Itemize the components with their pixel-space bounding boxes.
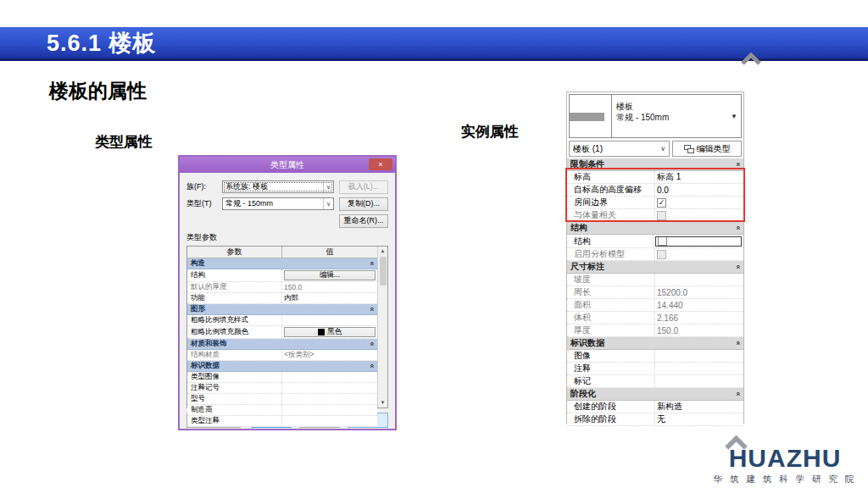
collapse-icon[interactable]: « xyxy=(367,261,376,265)
property-label: 自标高的高度偏移 xyxy=(567,184,655,196)
property-value[interactable] xyxy=(655,248,743,260)
group-label: 标识数据 xyxy=(570,337,604,349)
scrollbar[interactable]: ▲ ▼ xyxy=(377,247,387,408)
edit-type-icon xyxy=(684,145,694,153)
property-value[interactable]: 150.0 xyxy=(655,324,743,336)
property-value[interactable]: 14.440 xyxy=(655,299,743,311)
roof-chevron-icon xyxy=(741,53,761,65)
type-select[interactable]: 常规 - 150mm ∨ xyxy=(222,197,334,210)
load-button[interactable]: 载入(L)... xyxy=(339,180,388,194)
group-header-materials-finishes[interactable]: 材质和装饰« xyxy=(187,339,377,350)
property-value[interactable]: 内部 xyxy=(282,293,377,303)
collapse-icon[interactable]: « xyxy=(733,264,742,269)
close-icon[interactable]: × xyxy=(369,158,392,170)
edit-type-button[interactable]: 编辑类型 xyxy=(672,141,742,157)
slide: 5.6.1 楼板 HUAZHU 楼板的属性 类型属性 实例属性 类型属性 × 族… xyxy=(0,0,868,488)
property-value[interactable]: 2.166 xyxy=(655,312,743,324)
dialog-title-bar[interactable]: 类型属性 × xyxy=(180,157,395,173)
property-value[interactable] xyxy=(655,350,743,362)
property-value[interactable] xyxy=(655,363,743,374)
property-row-phase-demolished: 拆除的阶段无 xyxy=(567,413,743,426)
group-header-dimensions[interactable]: 尺寸标注« xyxy=(567,261,743,274)
property-value[interactable] xyxy=(282,315,377,325)
group-header-phasing[interactable]: 阶段化« xyxy=(567,388,743,401)
property-value[interactable]: 编辑... xyxy=(282,269,377,281)
checkbox-unchecked xyxy=(657,250,666,259)
property-value[interactable]: ✓ xyxy=(655,197,743,208)
rename-button[interactable]: 重命名(R)... xyxy=(339,214,388,228)
property-value[interactable] xyxy=(282,372,377,382)
property-label: 注释 xyxy=(567,363,655,374)
collapse-icon[interactable]: « xyxy=(733,162,742,166)
type-selector[interactable]: 楼板 常规 - 150mm ▼ xyxy=(569,94,742,138)
group-header-constraints[interactable]: 限制条件« xyxy=(567,158,743,171)
property-value[interactable]: 150.0 xyxy=(282,282,377,292)
property-row-related-to-mass: 与体量相关 xyxy=(567,209,743,222)
property-value[interactable]: 15200.0 xyxy=(655,286,743,298)
property-row-image: 图像 xyxy=(567,350,743,363)
property-value[interactable] xyxy=(655,209,743,221)
property-value[interactable] xyxy=(282,405,377,415)
scroll-down-icon[interactable]: ▼ xyxy=(381,398,386,408)
property-label: 启用分析模型 xyxy=(567,248,655,260)
property-value[interactable]: 黑色 xyxy=(282,326,377,338)
property-row-coarse-fill-pattern: 粗略比例填充样式 xyxy=(187,315,377,326)
property-value[interactable] xyxy=(655,375,743,387)
group-header-structural-group[interactable]: 结构« xyxy=(567,222,743,235)
dialog-body: 族(F): 系统族: 楼板 ∨ 载入(L)... 类型(T) 常规 - 150m… xyxy=(180,173,395,429)
group-header-graphics[interactable]: 图形« xyxy=(187,304,377,315)
property-value[interactable]: 标高 1 xyxy=(655,171,743,183)
collapse-icon[interactable]: « xyxy=(367,363,376,368)
color-swatch-icon xyxy=(318,329,325,336)
type-parameters-table: 参数 值 构造«结构编辑...默认的厚度150.0功能内部图形«粗略比例填充样式… xyxy=(186,246,388,408)
dialog-title: 类型属性 xyxy=(270,159,304,171)
property-row-model: 型号 xyxy=(187,394,377,405)
property-value[interactable]: 新构造 xyxy=(655,401,743,413)
property-value[interactable] xyxy=(282,394,377,404)
property-value[interactable]: 0.0 xyxy=(655,184,743,196)
property-value[interactable] xyxy=(655,274,743,286)
type-value: 常规 - 150mm xyxy=(225,198,273,209)
group-header-identity-data[interactable]: 标识数据« xyxy=(187,361,377,372)
color-name: 黑色 xyxy=(327,327,342,337)
property-label: 粗略比例填充样式 xyxy=(187,315,282,325)
scroll-up-icon[interactable]: ▲ xyxy=(381,247,386,256)
edit-button[interactable]: 编辑... xyxy=(284,270,376,280)
type-label: 类型(T) xyxy=(186,198,222,209)
property-row-type-comments: 类型注释 xyxy=(187,416,377,427)
brand-subtitle: 华 筑 建 筑 科 学 研 究 院 xyxy=(710,474,860,485)
chevron-down-icon[interactable]: ∨ xyxy=(323,198,331,209)
chevron-down-icon[interactable]: ∨ xyxy=(660,145,665,152)
collapse-icon[interactable]: « xyxy=(733,341,742,345)
property-value[interactable] xyxy=(655,236,742,247)
collapse-icon[interactable]: « xyxy=(733,225,742,230)
property-label: 粗略比例填充颜色 xyxy=(187,326,282,338)
group-header-identity-data[interactable]: 标识数据« xyxy=(567,337,743,350)
property-label: 默认的厚度 xyxy=(187,282,282,292)
property-row-room-bounding: 房间边界✓ xyxy=(567,197,743,209)
property-label: 功能 xyxy=(187,293,282,303)
collapse-icon[interactable]: « xyxy=(367,341,376,346)
property-row-slope: 坡度 xyxy=(567,274,743,286)
property-value[interactable]: <按类别> xyxy=(282,350,377,360)
property-value[interactable] xyxy=(282,383,377,393)
duplicate-button[interactable]: 复制(D)... xyxy=(339,197,388,211)
collapse-icon[interactable]: « xyxy=(733,391,742,396)
property-value[interactable] xyxy=(282,416,377,426)
group-label: 限制条件 xyxy=(570,158,604,170)
filter-value: 楼板 (1) xyxy=(573,143,603,155)
chevron-down-icon[interactable]: ∨ xyxy=(323,181,331,192)
color-button[interactable]: 黑色 xyxy=(284,327,376,337)
selection-filter[interactable]: 楼板 (1) ∨ xyxy=(569,141,670,157)
checkbox-unchecked[interactable] xyxy=(658,236,667,246)
type-properties-caption: 类型属性 xyxy=(95,132,153,152)
scroll-thumb[interactable] xyxy=(380,257,387,286)
property-label: 类型图像 xyxy=(187,372,282,382)
group-header-construction[interactable]: 构造« xyxy=(187,258,377,269)
property-value[interactable]: 无 xyxy=(655,413,743,425)
family-select[interactable]: 系统族: 楼板 ∨ xyxy=(222,180,334,193)
checkbox-checked[interactable]: ✓ xyxy=(657,198,666,208)
chevron-down-icon[interactable]: ▼ xyxy=(731,113,737,120)
properties-palette: 楼板 常规 - 150mm ▼ 楼板 (1) ∨ 编辑类型 限制条件«标高标高 … xyxy=(566,92,744,424)
collapse-icon[interactable]: « xyxy=(367,307,376,311)
